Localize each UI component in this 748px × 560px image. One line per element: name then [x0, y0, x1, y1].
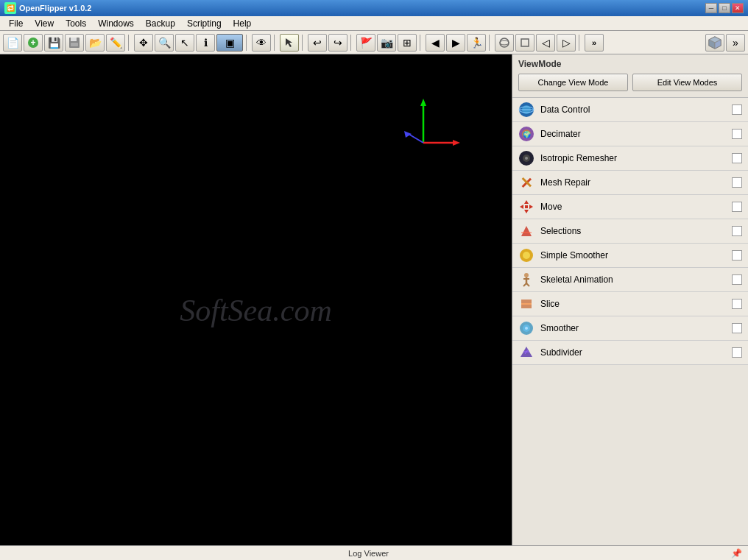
- plugin-slice-checkbox[interactable]: [732, 299, 742, 309]
- smoother-icon: [518, 320, 534, 336]
- menu-file[interactable]: File: [3, 17, 29, 30]
- plugin-isotropic-remesher[interactable]: Isotropic Remesher: [512, 146, 748, 171]
- svg-rect-35: [525, 205, 528, 208]
- svg-line-44: [526, 283, 529, 286]
- open-folder-button[interactable]: 📂: [85, 34, 105, 52]
- watermark: SoftSea.com: [180, 293, 331, 328]
- plugin-subdivider-checkbox[interactable]: [732, 347, 742, 358]
- plugin-skeletal-animation-label: Skeletal Animation: [540, 274, 726, 285]
- maximize-button[interactable]: □: [719, 3, 730, 13]
- menu-view[interactable]: View: [29, 17, 60, 30]
- plugin-move-label: Move: [540, 202, 726, 212]
- svg-marker-14: [420, 99, 426, 106]
- svg-rect-3: [71, 38, 77, 41]
- menu-scripting[interactable]: Scripting: [181, 17, 227, 30]
- svg-marker-34: [529, 205, 533, 209]
- box-btn-2[interactable]: ◁: [536, 34, 555, 52]
- plugin-skeletal-animation[interactable]: Skeletal Animation: [512, 268, 748, 292]
- plugin-simple-smoother-checkbox[interactable]: [732, 250, 742, 260]
- svg-point-49: [525, 327, 528, 330]
- sep-7: [489, 35, 492, 51]
- plugin-slice[interactable]: Slice: [512, 292, 748, 316]
- cursor-button[interactable]: [280, 34, 299, 52]
- change-view-mode-button[interactable]: Change View Mode: [518, 74, 628, 91]
- plugin-decimater-checkbox[interactable]: [732, 129, 742, 139]
- window-controls: ─ □ ✕: [705, 3, 744, 13]
- 3d-view-button[interactable]: [705, 34, 724, 52]
- anim-button[interactable]: 🏃: [467, 34, 486, 52]
- menu-tools[interactable]: Tools: [60, 17, 92, 30]
- box-btn-1[interactable]: [515, 34, 534, 52]
- svg-rect-8: [521, 39, 529, 46]
- sep-1: [128, 35, 131, 51]
- sep-4: [302, 35, 305, 51]
- app-icon: 🔁: [4, 2, 16, 14]
- plugin-simple-smoother[interactable]: Simple Smoother: [512, 244, 748, 268]
- svg-point-39: [523, 252, 530, 259]
- minimize-button[interactable]: ─: [705, 3, 717, 13]
- plugin-data-control[interactable]: Data Control: [512, 98, 748, 122]
- close-button[interactable]: ✕: [732, 3, 744, 13]
- svg-marker-32: [524, 210, 529, 213]
- edit-button[interactable]: ✏️: [106, 34, 125, 52]
- main-layout: SoftSea.com ViewMode Change View Mode Ed…: [0, 54, 748, 545]
- sphere-button[interactable]: [495, 34, 514, 52]
- eye-button[interactable]: 👁: [252, 34, 271, 52]
- transform-button[interactable]: ✥: [134, 34, 153, 52]
- sep-6: [420, 35, 423, 51]
- nav-prev-button[interactable]: ◀: [426, 34, 445, 52]
- nav-next-button[interactable]: ▶: [446, 34, 465, 52]
- plugin-decimater[interactable]: 🌍 Decimater: [512, 122, 748, 146]
- decimater-icon: 🌍: [518, 126, 534, 142]
- svg-marker-31: [524, 200, 529, 204]
- viewport[interactable]: SoftSea.com: [0, 54, 512, 545]
- info-button[interactable]: ℹ: [196, 34, 215, 52]
- right-panel: ViewMode Change View Mode Edit View Mode…: [512, 54, 748, 545]
- grid-button[interactable]: ⊞: [398, 34, 417, 52]
- plugin-selections-checkbox[interactable]: [732, 226, 742, 236]
- menu-backup[interactable]: Backup: [140, 17, 181, 30]
- plugin-skeletal-animation-checkbox[interactable]: [732, 274, 742, 285]
- zoom-button[interactable]: 🔍: [155, 34, 174, 52]
- sep-3: [274, 35, 277, 51]
- select-button[interactable]: ↖: [175, 34, 194, 52]
- menu-bar: File View Tools Windows Backup Scripting…: [0, 16, 748, 31]
- edit-view-modes-button[interactable]: Edit View Modes: [632, 74, 742, 91]
- view-mode-label: ViewMode: [512, 54, 748, 72]
- view-more-button[interactable]: »: [726, 34, 745, 52]
- flag-button[interactable]: 🚩: [356, 34, 375, 52]
- box-btn-3[interactable]: ▷: [557, 34, 576, 52]
- slice-icon: [518, 296, 534, 312]
- plugin-move[interactable]: Move: [512, 195, 748, 219]
- menu-windows[interactable]: Windows: [92, 17, 140, 30]
- axis-indicator: [401, 95, 460, 154]
- view-box-button[interactable]: ▣: [216, 34, 243, 52]
- open-add-button[interactable]: +: [24, 34, 43, 52]
- plugin-mesh-repair-label: Mesh Repair: [540, 177, 726, 188]
- svg-point-28: [525, 157, 528, 160]
- plugin-subdivider[interactable]: Subdivider: [512, 341, 748, 365]
- camera-button[interactable]: 📷: [377, 34, 396, 52]
- plugin-data-control-checkbox[interactable]: [732, 104, 742, 115]
- status-pin-icon[interactable]: 📌: [731, 548, 742, 559]
- plugin-move-checkbox[interactable]: [732, 202, 742, 212]
- move-icon: [518, 199, 534, 215]
- menu-help[interactable]: Help: [227, 17, 258, 30]
- plugin-isotropic-remesher-checkbox[interactable]: [732, 153, 742, 163]
- more-button[interactable]: »: [585, 34, 604, 52]
- undo-button[interactable]: ↩: [308, 34, 327, 52]
- mesh-repair-icon: [518, 174, 534, 191]
- plugin-mesh-repair-checkbox[interactable]: [732, 177, 742, 188]
- redo-button[interactable]: ↪: [328, 34, 347, 52]
- svg-marker-16: [453, 140, 460, 146]
- save-as-button[interactable]: [65, 34, 84, 52]
- new-button[interactable]: 📄: [3, 34, 22, 52]
- isotropic-remesher-icon: [518, 150, 534, 166]
- plugin-mesh-repair[interactable]: Mesh Repair: [512, 171, 748, 195]
- plugin-selections[interactable]: Selections: [512, 219, 748, 244]
- svg-point-7: [500, 40, 509, 45]
- plugin-smoother-checkbox[interactable]: [732, 323, 742, 333]
- svg-rect-4: [71, 43, 78, 46]
- plugin-smoother[interactable]: Smoother: [512, 316, 748, 341]
- save-button[interactable]: 💾: [44, 34, 63, 52]
